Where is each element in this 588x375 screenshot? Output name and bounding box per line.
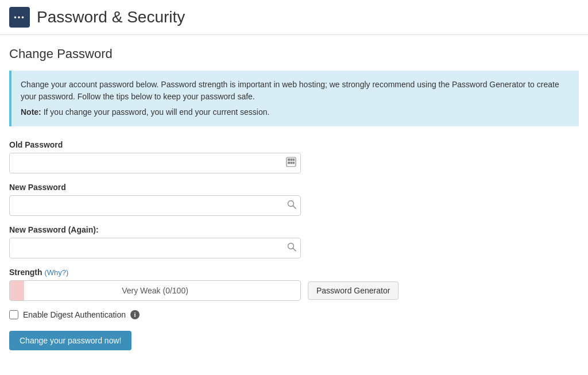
strength-group: Strength (Why?) Very Weak (0/100) Passwo… [9,268,579,301]
digest-auth-label: Enable Digest Authentication [23,310,126,319]
page-title: Password & Security [37,8,185,26]
page-header: ••• Password & Security [0,0,588,35]
strength-why-link[interactable]: (Why?) [44,268,68,277]
new-password-again-input[interactable] [9,238,301,258]
new-password-group: New Password [9,183,579,216]
strength-label: Strength (Why?) [9,268,579,277]
strength-row: Very Weak (0/100) Password Generator [9,280,579,301]
digest-auth-info-icon[interactable]: i [130,310,140,319]
info-note: Note: If you change your password, you w… [21,106,570,118]
new-password-label: New Password [9,183,579,192]
info-body: Change your account password below. Pass… [21,79,570,103]
change-password-button[interactable]: Change your password now! [9,331,131,350]
password-generator-button[interactable]: Password Generator [308,281,399,300]
old-password-group: Old Password [9,140,579,173]
info-box: Change your account password below. Pass… [9,71,579,126]
new-password-wrapper [9,195,301,216]
new-password-again-group: New Password (Again): [9,225,579,258]
strength-label-text: Strength [9,268,42,277]
main-content: Change Password Change your account pass… [0,35,588,368]
note-text: If you change your password, you will en… [44,107,270,117]
header-icon: ••• [9,7,30,28]
new-password-input[interactable] [9,195,301,216]
old-password-label: Old Password [9,140,579,149]
password-icon: ••• [14,13,25,22]
digest-auth-checkbox[interactable] [9,310,18,319]
section-title: Change Password [9,47,579,61]
strength-value: Very Weak (0/100) [122,286,188,295]
page-wrapper: ••• Password & Security Change Password … [0,0,588,375]
new-password-again-wrapper [9,238,301,258]
old-password-input[interactable] [9,153,301,173]
strength-bar: Very Weak (0/100) [9,280,301,301]
new-password-again-label: New Password (Again): [9,225,579,234]
note-label: Note: [21,107,41,117]
strength-bar-fill [10,281,24,300]
old-password-wrapper [9,153,301,173]
digest-auth-group: Enable Digest Authentication i [9,310,579,319]
